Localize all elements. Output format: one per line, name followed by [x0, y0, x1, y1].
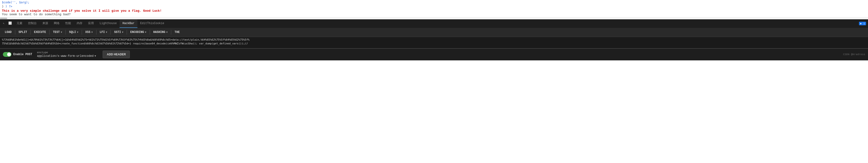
- sqli-button[interactable]: SQLI ▼: [66, 29, 81, 35]
- sqli-dropdown-arrow: ▼: [77, 31, 79, 34]
- add-header-button[interactable]: ADD HEADER: [103, 51, 130, 58]
- hashing-dropdown-arrow: ▼: [166, 31, 168, 34]
- encoding-dropdown-arrow: ▼: [145, 31, 147, 34]
- url-line-2: 75%61&%66%6c%61%67%5b%63%6f%64%65%5d=cre…: [2, 42, 866, 46]
- tab-lighthouse[interactable]: Lighthouse: [97, 19, 120, 28]
- split-button[interactable]: SPLIT: [16, 29, 30, 35]
- url-line-1: %73%68%61%6e%61[]=&%70%61%73%73%77%64[]=…: [2, 38, 866, 42]
- tab-console[interactable]: 控制台: [25, 19, 39, 28]
- toggle-track[interactable]: [3, 52, 11, 57]
- console-badge: ▶ 1: [859, 22, 866, 25]
- test-dropdown-arrow: ▼: [61, 31, 62, 34]
- ssti-button[interactable]: SSTI ▼: [111, 29, 126, 35]
- the-button[interactable]: THE: [172, 29, 183, 35]
- challenge-text: This is a very simple challenge and if y…: [2, 9, 866, 12]
- scroll-thumb[interactable]: [0, 18, 7, 19]
- xss-dropdown-arrow: ▼: [91, 31, 93, 34]
- tab-editthiscookie[interactable]: EditThisCookie: [137, 19, 167, 28]
- devtools-tab-bar: ↖ ⬜ 元素 控制台 来源 网络 性能 内存 应用 Lighthouse Hac…: [0, 19, 868, 28]
- divider-10: [171, 30, 171, 35]
- toggle-label: Enable POST: [13, 53, 32, 56]
- enctype-section: enctype application/x-www-form-urlencode…: [37, 51, 96, 58]
- tab-sources[interactable]: 来源: [39, 19, 51, 28]
- toggle-thumb: [7, 53, 11, 56]
- enctype-label: enctype: [37, 51, 96, 54]
- tab-hackbar[interactable]: HackBar: [120, 19, 137, 28]
- csdn-watermark: CSDN @Kradress: [843, 53, 865, 56]
- encoding-button[interactable]: ENCODING ▼: [127, 29, 149, 35]
- test-button[interactable]: TEST ▼: [50, 29, 65, 35]
- tab-network[interactable]: 网络: [51, 19, 62, 28]
- code-line-1: $code('', $arg);: [2, 0, 866, 4]
- code-line-2: } ) ?>: [2, 4, 866, 8]
- hashing-button[interactable]: HASHING ▼: [151, 29, 170, 35]
- enable-post-toggle[interactable]: Enable POST: [3, 52, 32, 57]
- bottom-bar: Enable POST enctype application/x-www-fo…: [0, 49, 868, 60]
- load-button[interactable]: LOAD: [2, 29, 14, 35]
- enctype-value: application/x-www-form-urlencoded: [37, 54, 94, 58]
- xss-button[interactable]: XSS ▼: [83, 29, 96, 35]
- divider-7: [111, 30, 111, 35]
- lfi-button[interactable]: LFI ▼: [97, 29, 110, 35]
- code-area: $code('', $arg); } ) ?> This is a very s…: [0, 0, 868, 18]
- divider-2: [30, 30, 31, 35]
- sub-text: You seem to want to do something bad?: [2, 12, 866, 16]
- cursor-icon[interactable]: ↖: [1, 19, 6, 28]
- url-input-area[interactable]: %73%68%61%6e%61[]=&%70%61%73%73%77%64[]=…: [0, 37, 868, 49]
- ssti-dropdown-arrow: ▼: [122, 31, 123, 34]
- hackbar-toolbar: LOAD SPLIT EXECUTE TEST ▼ SQLI ▼ XSS ▼ L…: [0, 28, 868, 37]
- divider-3: [49, 30, 50, 35]
- responsive-icon[interactable]: ⬜: [6, 19, 14, 28]
- enctype-dropdown[interactable]: application/x-www-form-urlencoded ▼: [37, 54, 96, 58]
- devtools-right-area: ▶ 1: [859, 22, 867, 25]
- tab-performance[interactable]: 性能: [62, 19, 74, 28]
- tab-application[interactable]: 应用: [85, 19, 97, 28]
- divider-4: [65, 30, 66, 35]
- divider-5: [82, 30, 82, 35]
- execute-button[interactable]: EXECUTE: [31, 29, 49, 35]
- divider-8: [127, 30, 127, 35]
- tab-elements[interactable]: 元素: [14, 19, 25, 28]
- tab-memory[interactable]: 内存: [74, 19, 85, 28]
- horizontal-scrollbar[interactable]: [0, 18, 868, 19]
- lfi-dropdown-arrow: ▼: [106, 31, 107, 34]
- enctype-dropdown-arrow[interactable]: ▼: [95, 55, 96, 57]
